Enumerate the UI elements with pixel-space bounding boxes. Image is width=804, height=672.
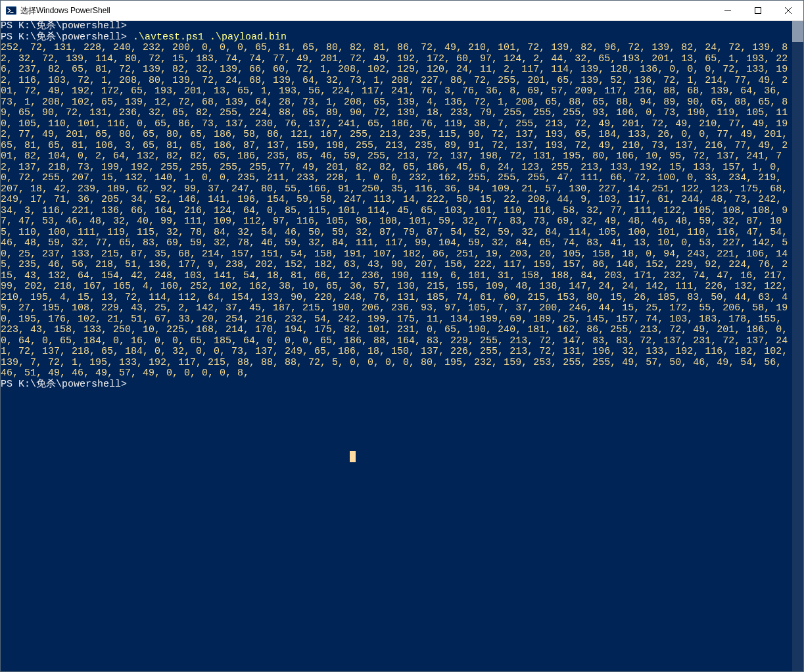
- svg-rect-0: [6, 7, 16, 14]
- prompt-line: PS K:\免杀\powershell>: [1, 32, 127, 43]
- close-button[interactable]: [773, 1, 803, 20]
- prompt-line: PS K:\免杀\powershell>: [1, 379, 127, 390]
- window-controls: [713, 1, 803, 20]
- vertical-scrollbar[interactable]: [792, 21, 803, 671]
- maximize-button[interactable]: [743, 1, 773, 20]
- svg-rect-3: [755, 8, 761, 14]
- text-cursor: [350, 451, 356, 462]
- terminal[interactable]: PS K:\免杀\powershell> PS K:\免杀\powershell…: [1, 21, 792, 671]
- command-text: .\avtest.ps1 .\payload.bin: [133, 32, 287, 43]
- scrollbar-thumb[interactable]: [792, 21, 803, 42]
- powershell-window: 选择Windows PowerShell PS K:\免杀\powershell…: [0, 0, 804, 672]
- window-title: 选择Windows PowerShell: [20, 5, 713, 16]
- byte-output: 252, 72, 131, 228, 240, 232, 200, 0, 0, …: [1, 42, 792, 379]
- titlebar[interactable]: 选择Windows PowerShell: [1, 1, 803, 21]
- powershell-icon: [6, 5, 16, 16]
- prompt-line: PS K:\免杀\powershell>: [1, 21, 127, 32]
- terminal-area: PS K:\免杀\powershell> PS K:\免杀\powershell…: [1, 21, 803, 671]
- minimize-button[interactable]: [713, 1, 743, 20]
